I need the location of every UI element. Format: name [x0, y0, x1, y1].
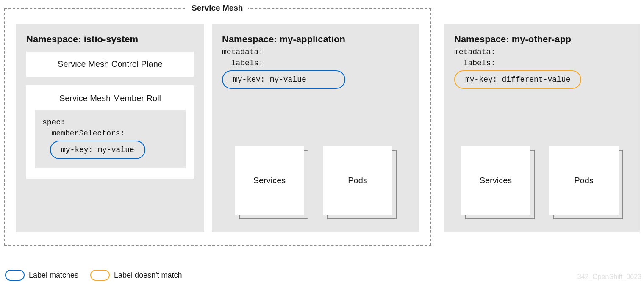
services-card: Services [235, 146, 304, 215]
pods-stack: Pods [323, 146, 397, 219]
service-mesh-label: Service Mesh [186, 3, 248, 13]
pods-stack: Pods [549, 146, 623, 219]
resources-row: Services Pods [444, 146, 640, 219]
control-plane-card: Service Mesh Control Plane [26, 52, 194, 77]
legend: Label matches Label doesn't match [5, 270, 182, 281]
member-roll-title: Service Mesh Member Roll [35, 94, 186, 103]
resources-row: Services Pods [212, 146, 419, 219]
namespace-my-application: Namespace: my-application metadata: labe… [212, 24, 419, 232]
member-roll-spec: spec: memberSelectors: my-key: my-value [35, 110, 186, 168]
legend-swatch-blue [5, 270, 25, 281]
member-roll-card: Service Mesh Member Roll spec: memberSel… [26, 85, 194, 179]
label-pill-match: my-key: my-value [222, 70, 345, 89]
services-card: Services [461, 146, 530, 215]
control-plane-label: Service Mesh Control Plane [58, 59, 163, 69]
pods-label: Pods [574, 176, 594, 185]
legend-nomatch: Label doesn't match [90, 270, 182, 281]
metadata-yaml: metadata: labels: [454, 47, 630, 69]
namespace-title: Namespace: my-other-app [454, 34, 630, 45]
services-stack: Services [461, 146, 535, 219]
legend-match-label: Label matches [29, 271, 78, 280]
selector-pill-match: my-key: my-value [50, 141, 145, 159]
services-label: Services [480, 176, 512, 185]
pods-card: Pods [549, 146, 619, 215]
pods-label: Pods [348, 176, 367, 185]
metadata-yaml: metadata: labels: [222, 47, 409, 69]
namespace-title: Namespace: my-application [222, 34, 409, 45]
label-pill-nomatch: my-key: different-value [454, 70, 581, 89]
legend-nomatch-label: Label doesn't match [114, 271, 182, 280]
services-label: Services [253, 176, 286, 185]
spec-yaml: spec: memberSelectors: [42, 117, 178, 139]
namespace-title: Namespace: istio-system [26, 34, 194, 45]
legend-match: Label matches [5, 270, 78, 281]
services-stack: Services [235, 146, 308, 219]
namespace-istio-system: Namespace: istio-system Service Mesh Con… [16, 24, 204, 232]
namespace-my-other-app: Namespace: my-other-app metadata: labels… [444, 24, 640, 232]
watermark: 342_OpenShift_0623 [577, 273, 641, 281]
pods-card: Pods [323, 146, 392, 215]
legend-swatch-orange [90, 270, 110, 281]
